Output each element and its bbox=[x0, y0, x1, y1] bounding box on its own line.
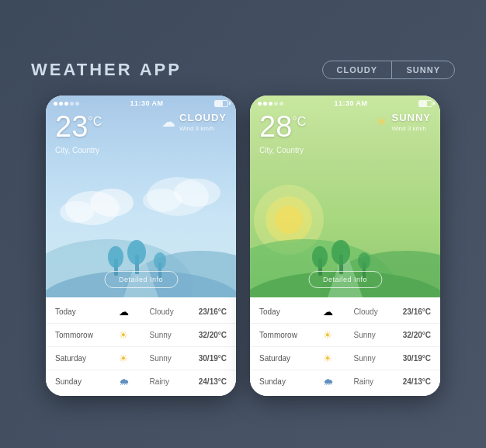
forecast-day: Sunday bbox=[55, 377, 98, 386]
status-time-cloudy: 11:30 AM bbox=[130, 99, 163, 107]
svg-point-17 bbox=[275, 206, 303, 234]
forecast-condition: Sunny bbox=[150, 331, 181, 339]
forecast-condition: Rainy bbox=[150, 377, 181, 386]
wind-info-sunny: Wind 3 km/h bbox=[391, 125, 431, 132]
temperature-sunny: 28°C bbox=[259, 112, 306, 141]
svg-point-12 bbox=[127, 240, 146, 265]
forecast-condition: Sunny bbox=[354, 354, 385, 363]
sun-icon-small: ☀ bbox=[320, 352, 335, 364]
tab-sunny[interactable]: SUNNY bbox=[392, 61, 454, 78]
cloud-icon-small: ☁ bbox=[320, 306, 335, 318]
forecast-day: Tommorow bbox=[55, 331, 98, 339]
battery-sunny bbox=[418, 100, 432, 107]
cloud-icon-main: ☁ bbox=[161, 113, 175, 130]
forecast-day: Sunday bbox=[259, 377, 302, 386]
condition-block-sunny: SUNNY Wind 3 km/h bbox=[391, 112, 431, 132]
forecast-row-0-cloudy: Today ☁ Cloudy 23/16°C bbox=[46, 300, 236, 324]
forecast-row-1-cloudy: Tommorow ☀ Sunny 32/20°C bbox=[46, 324, 236, 347]
weather-type-sunny: ☀ SUNNY Wind 3 km/h bbox=[375, 112, 431, 132]
svg-point-22 bbox=[312, 246, 328, 268]
forecast-row-1-sunny: Tommorow ☀ Sunny 32/20°C bbox=[250, 324, 440, 347]
battery-fill-sunny bbox=[419, 101, 427, 106]
weather-type-cloudy: ☁ CLOUDY Wind 3 km/h bbox=[161, 112, 227, 132]
signal-dots-sunny bbox=[258, 102, 283, 106]
status-time-sunny: 11:30 AM bbox=[334, 99, 367, 107]
city-cloudy: City, Country bbox=[46, 144, 236, 156]
title-app: APP bbox=[140, 60, 182, 79]
rain-icon-small: 🌧 bbox=[116, 376, 131, 387]
svg-point-24 bbox=[332, 240, 350, 265]
forecast-condition: Rainy bbox=[354, 377, 385, 386]
forecast-temp: 30/19°C bbox=[403, 354, 431, 363]
temp-left: 23°C bbox=[55, 112, 102, 141]
svg-point-2 bbox=[60, 201, 94, 223]
condition-block: CLOUDY Wind 3 km/h bbox=[179, 112, 227, 132]
forecast-row-2-cloudy: Saturday ☀ Sunny 30/19°C bbox=[46, 347, 236, 370]
city-sunny: City, Country bbox=[250, 144, 440, 156]
forecast-condition: Cloudy bbox=[150, 307, 181, 316]
battery-cloudy bbox=[214, 100, 228, 107]
status-bar-cloudy: 11:30 AM bbox=[46, 96, 236, 109]
svg-point-14 bbox=[154, 252, 166, 269]
phone-sunny: 11:30 AM 28°C ☀ SUNNY Wind 3 km/h bbox=[250, 96, 440, 396]
forecast-day: Today bbox=[55, 307, 98, 316]
forecast-temp: 23/16°C bbox=[403, 307, 431, 316]
forecast-row-3-sunny: Sunday 🌧 Rainy 24/13°C bbox=[250, 370, 440, 393]
phone-cloudy: 11:30 AM 23°C ☁ CLOUDY Wind 3 km/h bbox=[46, 96, 236, 396]
forecast-day: Tommorow bbox=[259, 331, 302, 339]
dot5 bbox=[75, 102, 79, 106]
forecast-day: Today bbox=[259, 307, 302, 316]
forecast-temp: 23/16°C bbox=[199, 307, 227, 316]
dot3 bbox=[269, 102, 273, 106]
temperature-cloudy: 23°C bbox=[55, 112, 102, 141]
tab-group: CLOUDY SUNNY bbox=[322, 61, 455, 79]
forecast-temp: 24/13°C bbox=[403, 377, 431, 386]
dot3 bbox=[64, 102, 68, 106]
cloud-icon-small: ☁ bbox=[116, 306, 131, 318]
forecast-row-0-sunny: Today ☁ Cloudy 23/16°C bbox=[250, 300, 440, 324]
forecast-condition: Sunny bbox=[354, 331, 385, 339]
forecast-list-sunny: Today ☁ Cloudy 23/16°C Tommorow ☀ Sunny … bbox=[250, 297, 440, 396]
weather-info-sunny: 28°C ☀ SUNNY Wind 3 km/h bbox=[250, 109, 440, 144]
forecast-condition: Cloudy bbox=[354, 307, 385, 316]
wind-info-cloudy: Wind 3 km/h bbox=[179, 125, 227, 132]
dot4 bbox=[70, 102, 74, 106]
detail-btn-cloudy[interactable]: Detailed Info bbox=[104, 271, 178, 288]
tab-cloudy[interactable]: CLOUDY bbox=[323, 61, 391, 78]
screen-cloudy: 11:30 AM 23°C ☁ CLOUDY Wind 3 km/h bbox=[46, 96, 236, 297]
weather-info-cloudy: 23°C ☁ CLOUDY Wind 3 km/h bbox=[46, 109, 236, 144]
dot5 bbox=[279, 102, 283, 106]
phones-container: 11:30 AM 23°C ☁ CLOUDY Wind 3 km/h bbox=[23, 96, 463, 396]
sun-icon-small: ☀ bbox=[320, 329, 335, 341]
forecast-row-2-sunny: Saturday ☀ Sunny 30/19°C bbox=[250, 347, 440, 370]
detail-btn-sunny[interactable]: Detailed Info bbox=[308, 271, 382, 288]
forecast-condition: Sunny bbox=[150, 354, 181, 363]
dot2 bbox=[59, 102, 63, 106]
temp-left-sunny: 28°C bbox=[259, 112, 306, 141]
forecast-temp: 24/13°C bbox=[199, 377, 227, 386]
screen-sunny: 11:30 AM 28°C ☀ SUNNY Wind 3 km/h bbox=[250, 96, 440, 297]
dot2 bbox=[263, 102, 267, 106]
sun-icon-main: ☀ bbox=[375, 113, 387, 130]
app-title: WEATHER APP bbox=[31, 60, 182, 80]
forecast-temp: 32/20°C bbox=[403, 331, 431, 339]
svg-point-5 bbox=[143, 189, 182, 212]
forecast-temp: 30/19°C bbox=[199, 354, 227, 363]
dot1 bbox=[258, 102, 262, 106]
condition-label-sunny: SUNNY bbox=[391, 112, 431, 123]
svg-point-1 bbox=[90, 189, 134, 217]
signal-dots bbox=[54, 102, 79, 106]
condition-label-cloudy: CLOUDY bbox=[179, 112, 227, 123]
forecast-day: Saturday bbox=[55, 354, 98, 363]
forecast-temp: 32/20°C bbox=[199, 331, 227, 339]
status-bar-sunny: 11:30 AM bbox=[250, 96, 440, 109]
forecast-list-cloudy: Today ☁ Cloudy 23/16°C Tommorow ☀ Sunny … bbox=[46, 297, 236, 396]
svg-point-10 bbox=[108, 246, 123, 268]
sun-icon-small: ☀ bbox=[116, 352, 131, 364]
svg-point-26 bbox=[358, 252, 370, 269]
dot1 bbox=[54, 102, 57, 106]
forecast-row-3-cloudy: Sunday 🌧 Rainy 24/13°C bbox=[46, 370, 236, 393]
sun-icon-small: ☀ bbox=[116, 329, 131, 341]
battery-fill-cloudy bbox=[215, 101, 223, 106]
rain-icon-small: 🌧 bbox=[320, 376, 335, 387]
